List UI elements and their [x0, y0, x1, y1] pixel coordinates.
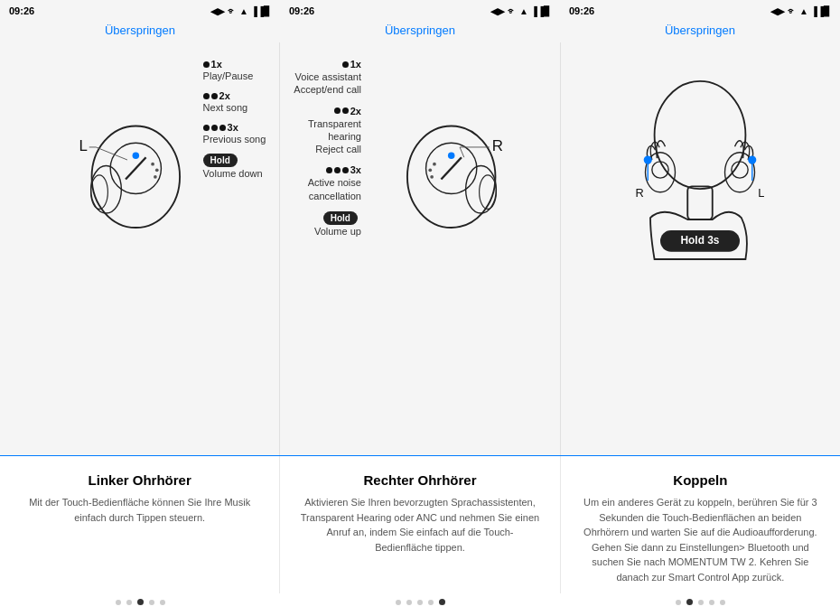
time-3: 09:26 [569, 5, 594, 16]
bottom-panel-pair: Koppeln Um ein anderes Gerät zu koppeln,… [561, 456, 840, 593]
dot [203, 125, 210, 131]
bottom-title-right: Rechter Ohrhörer [363, 472, 476, 488]
tap-label: 2x [350, 106, 361, 117]
action-label: Previous song [203, 134, 266, 145]
page-dot[interactable] [709, 600, 714, 605]
status-icons-2: ◀▶ ᯤ ▲ ▐▐▊ [490, 6, 551, 16]
page-dot[interactable] [116, 600, 121, 605]
dots-bar-3 [560, 593, 840, 609]
skip-bar-3[interactable]: Überspringen [560, 22, 840, 42]
page-dot[interactable] [149, 600, 154, 605]
panel-pair: R L Hold 3s [561, 42, 840, 455]
control-2x-left: 2x Next song [203, 90, 266, 113]
action-transparent-hearing2: hearing [308, 130, 361, 143]
page-dot[interactable] [428, 600, 434, 605]
action-label: Volume down [203, 168, 266, 179]
page-dot[interactable] [396, 600, 401, 605]
svg-point-5 [154, 175, 157, 179]
page-dot[interactable] [160, 600, 165, 605]
bottom-panel-left: Linker Ohrhörer Mit der Touch-Bedienfläc… [0, 456, 280, 593]
action-anc2: cancellation [308, 190, 361, 202]
battery-icon-2: ▐▐▊ [531, 6, 551, 16]
head-illustration: R L Hold 3s [601, 51, 799, 268]
page-dot[interactable] [698, 600, 704, 605]
panel-right: 1x Voice assistant Accept/end call 2x [280, 42, 560, 455]
svg-point-4 [155, 168, 159, 172]
hold-pill: Hold [203, 154, 238, 167]
dot [342, 167, 349, 173]
tap-label: 3x [228, 122, 238, 133]
dot [211, 125, 218, 131]
signal-bars: ▲ [239, 6, 248, 16]
skip-button-3[interactable]: Überspringen [665, 23, 735, 37]
svg-point-6 [132, 153, 139, 160]
signal-icon-2: ◀▶ [490, 6, 505, 16]
svg-line-9 [96, 147, 127, 160]
control-3x-left: 3x Previous song [203, 122, 266, 145]
bottom-desc-pair: Um ein anderes Gerät zu koppeln, berühre… [579, 495, 822, 584]
skip-button-2[interactable]: Überspringen [385, 23, 455, 37]
svg-point-18 [448, 153, 455, 160]
bottom-panel-right: Rechter Ohrhörer Aktivieren Sie Ihren be… [280, 456, 560, 593]
status-bar-3: 09:26 ◀▶ ᯤ ▲ ▐▐▊ [560, 0, 840, 22]
wifi-icon: ᯤ [228, 6, 237, 16]
signal-bars-3: ▲ [799, 6, 808, 16]
page-dot[interactable] [406, 600, 412, 605]
bottom-title-pair: Koppeln [673, 472, 727, 488]
dots-bar-1 [0, 593, 280, 609]
skip-button-1[interactable]: Überspringen [105, 23, 175, 37]
battery-icon: ▐▐▊ [251, 6, 271, 16]
dot [334, 107, 341, 114]
earbud-illustration-left: L [72, 65, 208, 255]
head-area: R L Hold 3s [574, 51, 826, 268]
svg-text:L: L [758, 186, 764, 200]
signal-bars-2: ▲ [519, 6, 528, 16]
action-accept: Accept/end call [294, 83, 361, 96]
dots-bar-2 [280, 593, 560, 609]
dot [334, 167, 341, 173]
signal-icon: ◀▶ [210, 6, 225, 16]
svg-line-22 [460, 147, 464, 157]
svg-point-7 [90, 166, 121, 214]
bottom-desc-left: Mit der Touch-Bedienfläche können Sie Ih… [18, 495, 261, 525]
page-dot[interactable] [676, 600, 681, 605]
svg-point-16 [428, 168, 432, 172]
bottom-section: Linker Ohrhörer Mit der Touch-Bedienfläc… [0, 455, 840, 593]
svg-rect-25 [688, 186, 714, 219]
tap-label: 2x [219, 90, 230, 101]
action-transparent-hearing: Transparent [308, 117, 361, 130]
battery-icon-3: ▐▐▊ [811, 6, 831, 16]
svg-point-0 [91, 126, 180, 229]
status-bar-1: 09:26 ◀▶ ᯤ ▲ ▐▐▊ [0, 0, 280, 22]
action-label: Play/Pause [203, 70, 266, 81]
main-panels: L 1x Play/Pause 2x [0, 42, 840, 455]
control-hold-left: Hold Volume down [203, 154, 266, 179]
svg-point-12 [407, 126, 496, 229]
svg-point-15 [433, 163, 436, 166]
control-list-right: 1x Voice assistant Accept/end call 2x [294, 59, 361, 240]
skip-bar-1[interactable]: Überspringen [0, 22, 280, 42]
earbud-area-right: 1x Voice assistant Accept/end call 2x [294, 51, 546, 268]
page-dot-active[interactable] [439, 599, 445, 605]
signal-icon-3: ◀▶ [770, 6, 785, 16]
svg-text:R: R [492, 137, 503, 154]
control-2x-right: 2x Transparent hearing Reject call [294, 106, 361, 156]
control-list-left: 1x Play/Pause 2x Next song [203, 59, 266, 182]
control-3x-right: 3x Active noise cancellation [294, 164, 361, 202]
tap-label: 1x [211, 59, 222, 70]
page-dot-active[interactable] [686, 599, 693, 605]
status-bar-2: 09:26 ◀▶ ᯤ ▲ ▐▐▊ [280, 0, 560, 22]
time-1: 09:26 [9, 5, 34, 16]
page-dots-section [0, 593, 840, 616]
control-1x-left: 1x Play/Pause [203, 59, 266, 81]
earbud-area-left: L 1x Play/Pause 2x [14, 51, 266, 268]
skip-bar-2[interactable]: Überspringen [280, 22, 560, 42]
dot [326, 167, 332, 173]
skip-bars: Überspringen Überspringen Überspringen [0, 22, 840, 42]
dot [203, 61, 210, 68]
page-dot[interactable] [417, 600, 423, 605]
page-dot-active[interactable] [137, 599, 144, 605]
page-dot[interactable] [126, 600, 132, 605]
page-dot[interactable] [720, 600, 725, 605]
svg-line-14 [441, 157, 462, 179]
